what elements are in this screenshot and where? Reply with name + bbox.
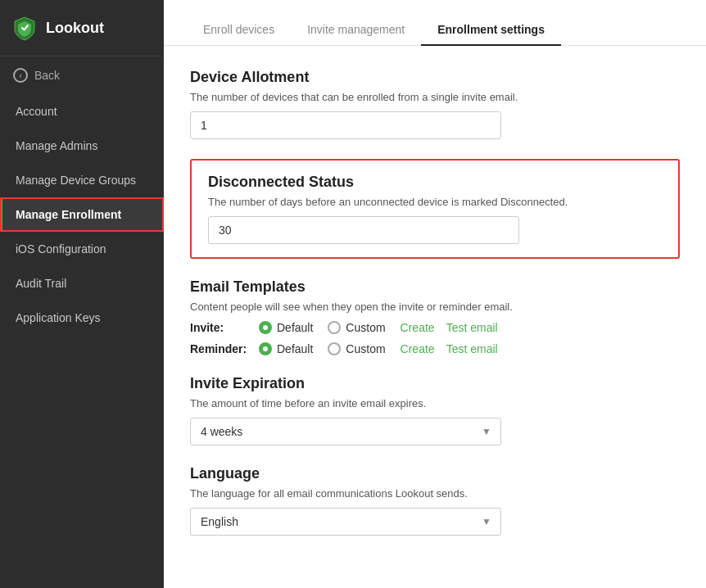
invite-expiration-select[interactable]: 1 week 2 weeks 3 weeks 4 weeks Never bbox=[190, 418, 501, 446]
sidebar-item-application-keys[interactable]: Application Keys bbox=[0, 301, 164, 335]
device-allotment-input[interactable] bbox=[190, 111, 501, 139]
main-content: Enroll devices Invite management Enrollm… bbox=[164, 0, 706, 588]
email-templates-title: Email Templates bbox=[190, 278, 680, 296]
invite-expiration-section: Invite Expiration The amount of time bef… bbox=[190, 375, 680, 446]
invite-expiration-title: Invite Expiration bbox=[190, 375, 680, 392]
sidebar: Lookout ‹ Back Account Manage Admins Man… bbox=[0, 0, 164, 588]
sidebar-item-audit-trail[interactable]: Audit Trail bbox=[0, 266, 164, 301]
invite-expiration-select-wrap: 1 week 2 weeks 3 weeks 4 weeks Never ▼ bbox=[190, 418, 501, 446]
invite-default-text: Default bbox=[277, 321, 313, 334]
tab-enroll-devices[interactable]: Enroll devices bbox=[187, 15, 291, 46]
invite-create-link[interactable]: Create bbox=[401, 321, 435, 334]
sidebar-item-manage-enrollment[interactable]: Manage Enrollment bbox=[0, 197, 164, 232]
reminder-custom-radio-unselected[interactable] bbox=[328, 342, 341, 355]
language-select-wrap: English French German Spanish ▼ bbox=[190, 508, 501, 536]
reminder-email-row: Reminder: Default Custom Create Test ema… bbox=[190, 342, 680, 355]
sidebar-item-manage-admins[interactable]: Manage Admins bbox=[0, 129, 164, 163]
reminder-custom-radio[interactable]: Custom bbox=[328, 342, 388, 355]
invite-email-row: Invite: Default Custom Create Test email bbox=[190, 321, 680, 334]
invite-custom-radio[interactable]: Custom bbox=[328, 321, 388, 334]
language-select[interactable]: English French German Spanish bbox=[190, 508, 501, 536]
back-arrow-icon: ‹ bbox=[13, 68, 28, 83]
tab-enrollment-settings[interactable]: Enrollment settings bbox=[421, 15, 561, 46]
reminder-custom-text: Custom bbox=[346, 342, 385, 355]
disconnected-status-input[interactable] bbox=[208, 216, 519, 244]
reminder-test-link[interactable]: Test email bbox=[446, 342, 498, 355]
reminder-label: Reminder: bbox=[190, 342, 247, 355]
device-allotment-title: Device Allotment bbox=[190, 69, 680, 86]
device-allotment-desc: The number of devices that can be enroll… bbox=[190, 91, 680, 103]
tabs-bar: Enroll devices Invite management Enrollm… bbox=[164, 0, 706, 46]
reminder-default-text: Default bbox=[277, 342, 313, 355]
disconnected-status-desc: The number of days before an unconnected… bbox=[208, 196, 662, 208]
reminder-default-radio-selected[interactable] bbox=[259, 342, 272, 355]
back-button[interactable]: ‹ Back bbox=[0, 57, 164, 94]
sidebar-item-account[interactable]: Account bbox=[0, 94, 164, 129]
invite-default-radio-selected[interactable] bbox=[259, 321, 272, 334]
sidebar-item-manage-device-groups[interactable]: Manage Device Groups bbox=[0, 163, 164, 197]
disconnected-status-section: Disconnected Status The number of days b… bbox=[190, 159, 680, 259]
lookout-logo-icon bbox=[11, 15, 38, 41]
sidebar-nav: Account Manage Admins Manage Device Grou… bbox=[0, 94, 164, 588]
invite-custom-radio-unselected[interactable] bbox=[328, 321, 341, 334]
reminder-default-radio[interactable]: Default bbox=[259, 342, 316, 355]
content-area: Device Allotment The number of devices t… bbox=[164, 46, 706, 578]
language-title: Language bbox=[190, 465, 680, 482]
invite-expiration-desc: The amount of time before an invite emai… bbox=[190, 397, 680, 409]
invite-label: Invite: bbox=[190, 321, 247, 334]
sidebar-logo: Lookout bbox=[0, 0, 164, 57]
email-templates-desc: Content people will see when they open t… bbox=[190, 301, 680, 313]
disconnected-status-title: Disconnected Status bbox=[208, 174, 662, 191]
language-section: Language The language for all email comm… bbox=[190, 465, 680, 536]
invite-default-radio[interactable]: Default bbox=[259, 321, 316, 334]
tab-invite-management[interactable]: Invite management bbox=[291, 15, 421, 46]
invite-custom-text: Custom bbox=[346, 321, 385, 334]
device-allotment-section: Device Allotment The number of devices t… bbox=[190, 69, 680, 139]
logo-text: Lookout bbox=[46, 20, 104, 37]
sidebar-item-ios-configuration[interactable]: iOS Configuration bbox=[0, 232, 164, 266]
reminder-create-link[interactable]: Create bbox=[401, 342, 435, 355]
back-label: Back bbox=[34, 69, 60, 82]
language-desc: The language for all email communication… bbox=[190, 487, 680, 500]
email-templates-section: Email Templates Content people will see … bbox=[190, 278, 680, 355]
invite-test-link[interactable]: Test email bbox=[446, 321, 498, 334]
